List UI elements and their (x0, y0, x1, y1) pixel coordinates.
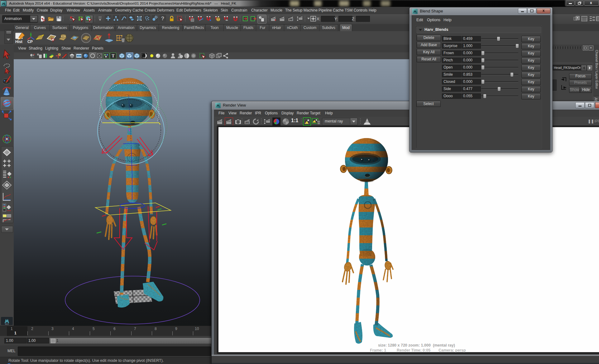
svg-text:IPR: IPR (289, 19, 293, 21)
svg-text:T: T (112, 54, 115, 58)
svg-text:Hist: Hist (15, 40, 22, 44)
svg-text:MAYA: MAYA (5, 323, 9, 325)
svg-text:IPR: IPR (245, 122, 249, 124)
svg-text:CP: CP (27, 40, 33, 44)
svg-text:?: ? (161, 16, 164, 22)
